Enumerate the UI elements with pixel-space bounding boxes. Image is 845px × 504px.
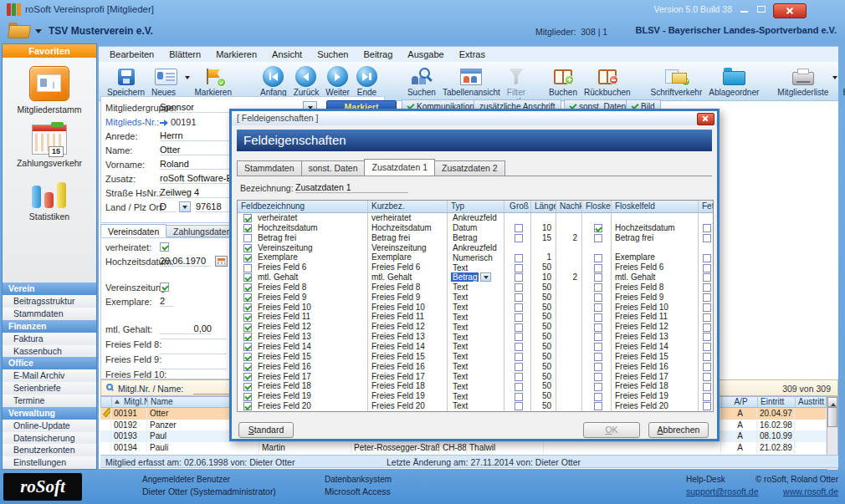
floskel-checkbox[interactable] — [594, 234, 602, 242]
verheiratet-checkbox[interactable] — [160, 242, 169, 252]
cell-typ[interactable]: Text — [447, 401, 504, 411]
gross-checkbox[interactable] — [515, 383, 523, 391]
field-enabled-checkbox[interactable] — [243, 383, 252, 391]
gross-checkbox[interactable] — [515, 323, 523, 332]
floskel-checkbox[interactable] — [594, 224, 602, 232]
cell-typ[interactable]: Ankreuzfeld — [447, 213, 504, 223]
floskel-checkbox[interactable] — [594, 333, 602, 341]
last-record-button[interactable]: Ende — [353, 64, 381, 98]
fett-checkbox[interactable] — [703, 254, 711, 262]
unbook-button[interactable]: Rückbuchen — [581, 64, 634, 98]
menu-item[interactable]: Blättern — [161, 49, 208, 59]
correspondence-button[interactable]: Schriftverkehr — [648, 64, 706, 98]
field-row[interactable]: Freies Feld 9 Freies Feld 9 Text 50 Frei… — [238, 293, 713, 303]
field-row[interactable]: Freies Feld 20 Freies Feld 20 Text 50 Fr… — [238, 401, 713, 411]
cell-typ[interactable]: Text — [447, 352, 504, 362]
fett-checkbox[interactable] — [703, 224, 711, 232]
sidebar-item-mitgliederstamm[interactable]: Mitgliederstamm — [17, 66, 81, 115]
field-row[interactable]: Freies Feld 11 Freies Feld 11 Text 50 Fr… — [238, 312, 713, 322]
floskel-checkbox[interactable] — [594, 293, 602, 302]
field-enabled-checkbox[interactable] — [243, 224, 252, 232]
helpdesk-link[interactable]: support@rosoft.de — [686, 486, 759, 496]
gross-checkbox[interactable] — [515, 224, 523, 232]
gross-checkbox[interactable] — [515, 234, 523, 242]
dialog-tab[interactable]: Stammdaten — [237, 160, 302, 176]
calendar-picker-button[interactable] — [215, 256, 228, 267]
exit-button[interactable]: Beenden — [839, 64, 845, 98]
prev-record-button[interactable]: Zurück — [290, 64, 323, 98]
archive-folder-button[interactable]: Ablageordner — [705, 64, 762, 98]
gross-checkbox[interactable] — [515, 373, 523, 381]
book-button[interactable]: Buchen — [545, 64, 581, 98]
gross-checkbox[interactable] — [515, 303, 523, 312]
gross-checkbox[interactable] — [515, 353, 523, 361]
gross-checkbox[interactable] — [515, 343, 523, 351]
sidebar-item[interactable]: E-Mail Archiv — [3, 369, 96, 382]
menu-item[interactable]: Ansicht — [264, 49, 310, 59]
freies-feld-10-field[interactable] — [160, 369, 227, 369]
field-enabled-checkbox[interactable] — [243, 393, 252, 401]
fett-checkbox[interactable] — [703, 273, 711, 282]
field-row[interactable]: Exemplare Exemplare Numerisch 1 Exemplar… — [238, 252, 713, 262]
sidebar-item[interactable]: Serienbriefe — [3, 382, 96, 395]
cell-typ[interactable]: Text — [447, 391, 504, 401]
fett-checkbox[interactable] — [703, 313, 711, 322]
exemplare-field[interactable]: 2 — [160, 296, 173, 307]
floskel-checkbox[interactable] — [594, 273, 602, 282]
field-enabled-checkbox[interactable] — [243, 283, 252, 292]
fett-checkbox[interactable] — [703, 363, 711, 371]
field-enabled-checkbox[interactable] — [243, 333, 252, 341]
dialog-tab[interactable]: sonst. Daten — [301, 160, 366, 176]
fett-checkbox[interactable] — [703, 393, 711, 401]
field-row[interactable]: Freies Feld 10 Freies Feld 10 Text 50 Fr… — [238, 303, 713, 313]
new-member-dropdown-caret-icon[interactable] — [185, 76, 190, 82]
floskel-checkbox[interactable] — [594, 402, 602, 410]
menu-item[interactable]: Extras — [452, 49, 493, 59]
sidebar-item[interactable]: Termine — [3, 395, 96, 407]
hochzeitsdatum-field[interactable]: 20.06.1970 — [160, 256, 212, 267]
dialog-close-button[interactable] — [697, 113, 714, 125]
scroll-up-button[interactable] — [827, 397, 837, 407]
header-cell-austritt[interactable]: Austritt — [796, 397, 827, 407]
fett-checkbox[interactable] — [703, 323, 711, 332]
maximize-button[interactable] — [755, 3, 768, 15]
close-button[interactable] — [773, 3, 807, 18]
sidebar-item-zahlungsverkehr[interactable]: 15 Zahlungsverkehr — [17, 125, 82, 168]
floskel-checkbox[interactable] — [594, 343, 602, 351]
cell-typ[interactable]: Text — [447, 322, 504, 332]
cell-typ[interactable]: Datum — [447, 223, 504, 233]
menu-item[interactable]: Ausgabe — [400, 49, 451, 59]
gross-checkbox[interactable] — [515, 333, 523, 341]
bezeichnung-input[interactable]: Zusatzdaten 1 — [295, 182, 408, 193]
field-row[interactable]: Hochzeitsdatum Hochzeitsdatum Datum 10 H… — [238, 223, 713, 233]
vereinszeitung-checkbox[interactable] — [160, 283, 169, 292]
cell-typ[interactable]: Text — [447, 381, 504, 391]
field-enabled-checkbox[interactable] — [243, 293, 252, 302]
menu-item[interactable]: Beitrag — [356, 49, 400, 59]
field-enabled-checkbox[interactable] — [243, 273, 252, 282]
field-row[interactable]: Betrag frei Betrag frei Betrag 15 2 Betr… — [238, 233, 713, 243]
field-row[interactable]: Freies Feld 12 Freies Feld 12 Text 50 Fr… — [238, 322, 713, 332]
fett-checkbox[interactable] — [703, 383, 711, 391]
field-enabled-checkbox[interactable] — [243, 323, 252, 332]
save-button[interactable]: Speichern — [104, 64, 148, 98]
field-row[interactable]: Freies Feld 13 Freies Feld 13 Text 50 Fr… — [238, 332, 713, 342]
cell-typ[interactable]: Betrag — [447, 272, 504, 283]
cell-typ[interactable]: Text — [447, 332, 504, 342]
floskel-checkbox[interactable] — [594, 373, 602, 381]
floskel-checkbox[interactable] — [594, 303, 602, 312]
gross-checkbox[interactable] — [515, 264, 523, 272]
cancel-button[interactable]: Abbrechen — [648, 422, 709, 438]
header-cell-mitglnr[interactable]: Mitgl.Nr. — [112, 397, 148, 407]
fett-checkbox[interactable] — [703, 373, 711, 381]
gross-checkbox[interactable] — [515, 313, 523, 322]
website-link[interactable]: www.rosoft.de — [783, 486, 838, 496]
floskel-checkbox[interactable] — [594, 283, 602, 292]
cell-typ[interactable]: Numerisch — [447, 252, 504, 262]
standard-button[interactable]: Standard — [238, 422, 294, 438]
fett-checkbox[interactable] — [703, 333, 711, 341]
fett-checkbox[interactable] — [703, 353, 711, 361]
fett-checkbox[interactable] — [703, 234, 711, 242]
club-folder-icon[interactable] — [8, 23, 28, 37]
field-row[interactable]: mtl. Gehalt mtl. Gehalt Betrag 10 2 mtl.… — [238, 272, 713, 283]
